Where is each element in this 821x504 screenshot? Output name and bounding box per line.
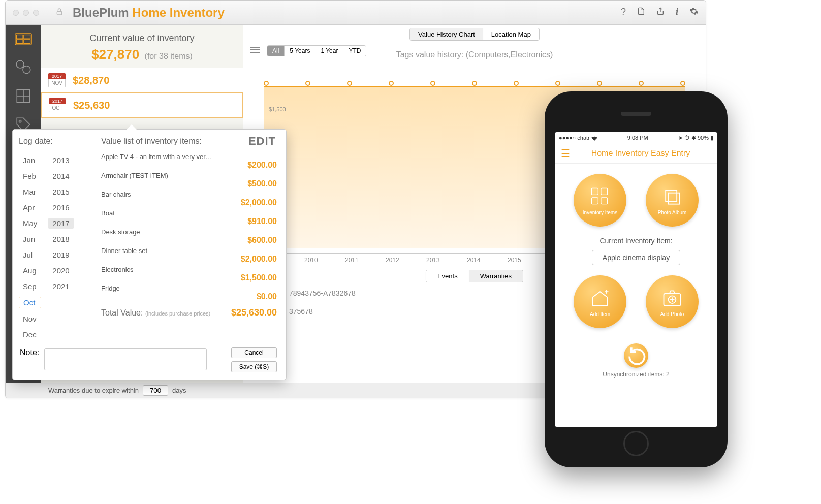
value-item[interactable]: Desk storage$600.00 [101,228,277,245]
month-option[interactable]: Oct [19,297,41,308]
add-photo-button[interactable]: Add Photo [646,275,699,328]
svg-point-8 [23,66,30,74]
sync-status: Unsynchronized items: 2 [564,371,708,378]
range-5y[interactable]: 5 Years [285,46,315,56]
month-option[interactable]: Jul [19,249,41,260]
value-item[interactable]: Bar chairs$2,000.00 [101,191,277,207]
share-icon[interactable] [656,7,665,18]
inventory-count: (for 38 items) [145,52,193,60]
warranty-row[interactable]: 375678 [289,302,356,321]
phone-mockup: ●●●●○ chatr 9:08 PM ➤ ⏱ ✱ 90% ▮ ☰ Home I… [545,91,728,467]
svg-point-12 [19,120,21,122]
warranty-list: 78943756-A7832678 375678 [289,284,356,321]
svg-rect-17 [601,188,608,195]
nav-items[interactable] [6,53,41,82]
month-option[interactable]: Dec [19,329,41,340]
window-controls[interactable] [13,10,39,16]
year-option[interactable]: 2019 [48,249,73,260]
value-item[interactable]: Fridge$0.00 [101,285,277,301]
year-option[interactable]: 2020 [48,265,73,276]
year-option[interactable]: 2021 [48,281,73,292]
tab-location-map[interactable]: Location Map [483,28,539,40]
value-list-popover: Log date: JanFebMarAprMayJunJulAugSepOct… [12,129,287,380]
month-option[interactable]: Aug [19,265,41,276]
chart-title: Tags value history: (Computers,Electroni… [396,50,553,59]
value-item[interactable]: Electronics$1,500.00 [101,266,277,282]
nav-dashboard[interactable] [6,25,41,53]
add-item-button[interactable]: Add Item [574,275,626,328]
month-option[interactable]: Jun [19,234,41,244]
svg-rect-6 [24,40,30,44]
year-option[interactable]: 2016 [48,202,73,213]
tab-value-history[interactable]: Value History Chart [410,28,483,40]
month-row-selected[interactable]: 2017OCT $25,630 [41,92,243,118]
value-item[interactable]: Apple TV 4 - an item with a very very lo… [101,153,277,170]
inventory-header-label: Current value of inventory [41,33,243,44]
month-option[interactable]: Feb [19,171,41,181]
photo-album-button[interactable]: Photo Album [646,174,699,227]
edit-button[interactable]: EDIT [248,135,276,148]
range-selector: All 5 Years 1 Year YTD [267,45,366,56]
inventory-items-button[interactable]: Inventory Items [574,174,626,227]
subtab-warranties[interactable]: Warranties [469,270,523,282]
value-item[interactable]: Armchair (TEST ITEM)$500.00 [101,172,277,188]
lock-icon [55,8,64,18]
warranty-row[interactable]: 78943756-A7832678 [289,284,356,302]
nav-rooms[interactable] [6,82,41,110]
log-date-label: Log date: [19,137,93,146]
svg-rect-16 [592,188,598,195]
year-option[interactable]: 2017 [48,218,73,229]
range-all[interactable]: All [267,46,285,56]
total-value: $25,630.00 [231,307,277,318]
month-option[interactable]: Nov [19,313,41,324]
month-option[interactable]: May [19,218,41,229]
year-option[interactable]: 2014 [48,171,73,181]
document-icon[interactable] [637,7,645,18]
year-option[interactable]: 2015 [48,186,73,197]
sub-tabs: Events Warranties [426,270,523,282]
range-1y[interactable]: 1 Year [315,46,343,56]
current-item[interactable]: Apple cinema display [592,250,680,265]
note-label: Note: [20,348,39,357]
svg-rect-18 [592,197,598,204]
svg-rect-20 [666,190,677,201]
value-item[interactable]: Dinner table set$2,000.00 [101,247,277,264]
svg-rect-5 [16,40,23,44]
titlebar: BluePlum Home Inventory ? i [6,1,706,25]
warranty-days-input[interactable] [143,385,168,396]
cancel-button[interactable]: Cancel [231,347,277,358]
month-option[interactable]: Apr [19,202,41,213]
range-ytd[interactable]: YTD [343,46,366,56]
status-bar: ●●●●○ chatr 9:08 PM ➤ ⏱ ✱ 90% ▮ [555,132,717,143]
svg-rect-3 [16,35,23,39]
note-input[interactable] [44,348,207,370]
svg-rect-4 [24,35,30,39]
month-row[interactable]: 2017NOV $28,870 [41,68,243,92]
app-title: Home Inventory Easy Entry [570,149,711,158]
svg-rect-21 [669,193,680,204]
svg-point-7 [16,60,24,68]
month-option[interactable]: Jan [19,155,41,166]
app-title: BluePlum Home Inventory [73,6,225,20]
home-button[interactable] [623,431,649,456]
month-option[interactable]: Mar [19,186,41,197]
subtab-events[interactable]: Events [426,270,469,282]
top-tabs: Value History Chart Location Map [409,28,540,41]
help-icon[interactable]: ? [621,7,626,18]
month-option[interactable]: Sep [19,281,41,292]
save-button[interactable]: Save (⌘S) [231,361,277,372]
value-item[interactable]: Boat$910.00 [101,209,277,226]
gear-icon[interactable] [689,7,699,18]
menu-icon[interactable]: ☰ [561,147,570,160]
info-icon[interactable]: i [676,7,678,18]
svg-rect-0 [57,11,61,15]
current-item-label: Current Inventory Item: [564,237,708,245]
svg-rect-19 [601,197,608,204]
year-option[interactable]: 2013 [48,155,73,166]
chart-menu-icon[interactable] [250,46,260,55]
sync-button[interactable] [624,343,648,368]
value-list-label: Value list of inventory items: [101,137,202,146]
year-option[interactable]: 2018 [48,234,73,244]
svg-rect-2 [15,34,31,45]
inventory-total: $27,870 [91,47,139,62]
